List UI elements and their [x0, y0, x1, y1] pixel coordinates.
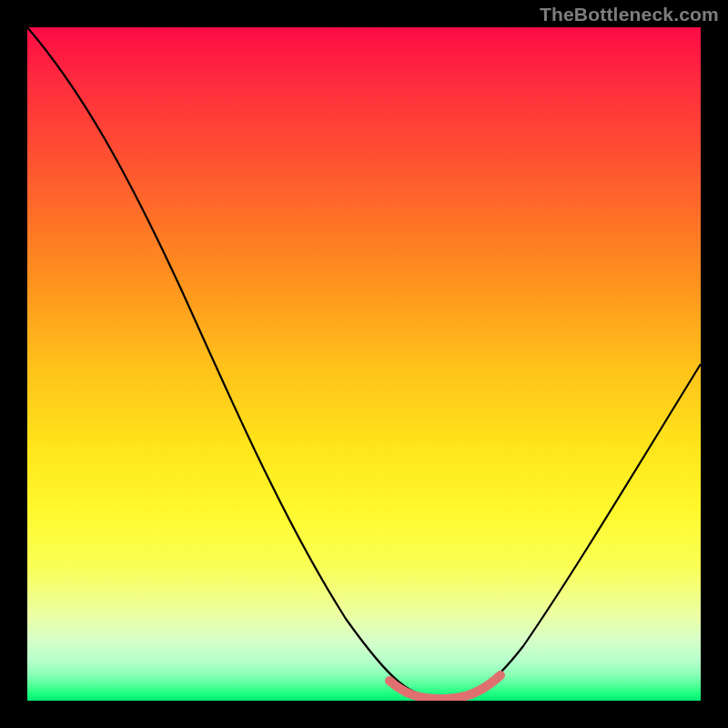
bottleneck-curve-svg	[27, 27, 701, 701]
chart-frame: TheBottleneck.com	[0, 0, 728, 728]
plot-area	[27, 27, 701, 701]
bottleneck-curve	[27, 27, 701, 699]
watermark-text: TheBottleneck.com	[540, 4, 719, 25]
optimal-band-highlight	[389, 675, 500, 699]
